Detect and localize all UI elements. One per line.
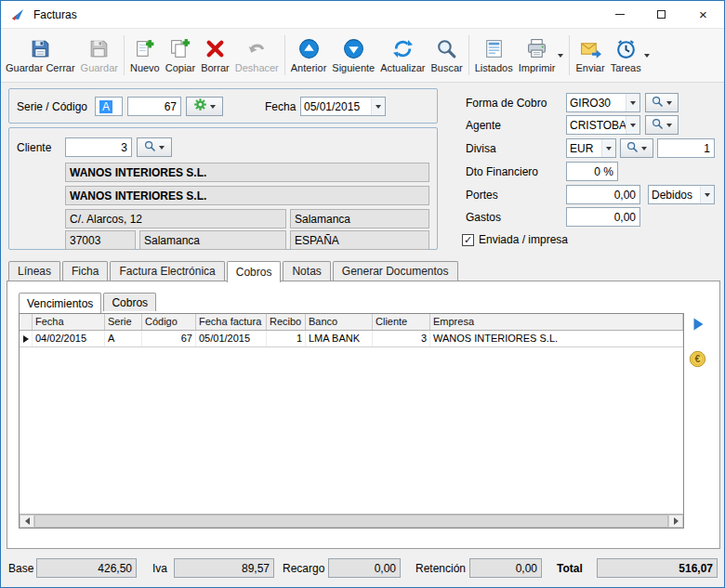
previous-icon: [297, 37, 321, 60]
horizontal-scrollbar[interactable]: [20, 514, 683, 528]
send-button[interactable]: Enviar: [573, 31, 607, 80]
grid-header-marker: [20, 314, 33, 330]
undo-button: Deshacer: [232, 31, 282, 80]
cliente-groupbox: Cliente 3 WANOS INTERIORES S.L. WANOS IN…: [8, 127, 438, 250]
total-label: Total: [557, 558, 583, 578]
execute-button[interactable]: [691, 317, 705, 335]
serie-settings-button[interactable]: [186, 97, 223, 116]
grid-header-serie[interactable]: Serie: [105, 314, 142, 330]
new-icon: [133, 37, 156, 60]
close-button[interactable]: ×: [682, 1, 724, 28]
gastos-input[interactable]: 0,00: [566, 207, 640, 227]
sub-tabbar: Vencimientos Cobros: [19, 293, 158, 311]
grid-header-fecha[interactable]: Fecha: [33, 314, 105, 330]
delete-icon: [204, 37, 227, 60]
tab-factura-electronica[interactable]: Factura Electrónica: [110, 261, 224, 281]
minimize-icon: [615, 14, 625, 15]
dropdown-arrow-icon: [666, 101, 672, 105]
grid-header-recibo[interactable]: Recibo: [267, 314, 306, 330]
gear-icon: [193, 98, 207, 115]
agente-combobox[interactable]: CRISTOBAL: [566, 115, 640, 135]
forma-cobro-combobox[interactable]: GIRO30: [566, 93, 640, 112]
main-toolbar: Guardar Cerrar Guardar Nuevo: [1, 29, 724, 83]
forma-cobro-search-button[interactable]: [645, 93, 679, 112]
cliente-codigo-input[interactable]: 3: [65, 137, 132, 157]
agente-search-button[interactable]: [645, 115, 679, 135]
scroll-right-button[interactable]: [668, 515, 683, 528]
previous-button[interactable]: Anterior: [288, 31, 330, 80]
totals-bar: Base 426,50 Iva 89,57 Recargo 0,00 Reten…: [1, 555, 724, 587]
cliente-nombre2-field: WANOS INTERIORES S.L.: [65, 186, 429, 205]
recargo-value-field: 0,00: [328, 558, 401, 578]
scroll-left-icon: [25, 517, 30, 525]
portes-tipo-combobox[interactable]: Debidos: [648, 185, 715, 204]
new-button[interactable]: Nuevo: [127, 31, 163, 80]
tab-lineas[interactable]: Líneas: [8, 261, 60, 281]
chevron-down-icon: [626, 116, 639, 134]
scroll-left-button[interactable]: [20, 515, 34, 528]
grid-header-fecha-factura[interactable]: Fecha factura: [196, 314, 267, 330]
tab-cobros[interactable]: Cobros: [227, 261, 282, 282]
lists-icon: [482, 37, 506, 60]
iva-label: Iva: [152, 558, 167, 578]
tasks-dropdown-arrow-icon[interactable]: [644, 54, 650, 58]
grid-header-row: Fecha Serie Código Fecha factura Recibo …: [20, 314, 683, 331]
window-title: Facturas: [33, 8, 599, 21]
grid-header-banco[interactable]: Banco: [306, 314, 373, 330]
toolbar-separator: [468, 35, 469, 75]
tab-notas[interactable]: Notas: [283, 261, 330, 281]
tab-ficha[interactable]: Ficha: [62, 261, 108, 281]
scrollbar-thumb[interactable]: [34, 515, 668, 528]
portes-label: Portes: [466, 185, 498, 204]
print-dropdown-arrow-icon[interactable]: [558, 54, 563, 58]
cliente-provincia-field: Salamanca: [139, 230, 286, 250]
euro-coin-icon: €: [689, 350, 706, 368]
enviada-impresa-checkbox[interactable]: ✓ Enviada / impresa: [462, 232, 568, 247]
grid-header-codigo[interactable]: Código: [142, 314, 196, 330]
copy-button[interactable]: Copiar: [163, 31, 198, 80]
minimize-button[interactable]: [599, 1, 640, 28]
cliente-search-button[interactable]: [137, 137, 172, 157]
serie-input[interactable]: A: [95, 97, 123, 116]
dto-financiero-input[interactable]: 0 %: [566, 162, 618, 181]
fecha-combobox[interactable]: 05/01/2015: [300, 97, 386, 116]
next-button[interactable]: Siguiente: [329, 31, 377, 80]
refresh-button[interactable]: Actualizar: [377, 31, 428, 80]
lists-button[interactable]: Listados: [472, 31, 516, 80]
portes-input[interactable]: 0,00: [566, 185, 640, 204]
search-button[interactable]: Buscar: [428, 31, 465, 80]
delete-button[interactable]: Borrar: [198, 31, 232, 80]
tasks-button[interactable]: Tareas: [608, 31, 652, 80]
euro-button[interactable]: €: [689, 350, 706, 372]
cobros-tab-panel: Vencimientos Cobros Fecha Serie Código F…: [7, 281, 720, 549]
tab-generar-documentos[interactable]: Generar Documentos: [333, 261, 458, 281]
cliente-poblacion-field: Salamanca: [290, 209, 429, 229]
divisa-cambio-input[interactable]: 1: [657, 138, 715, 158]
dropdown-arrow-icon: [641, 147, 647, 150]
copy-icon: [168, 37, 191, 60]
table-row[interactable]: 04/02/2015 A 67 05/01/2015 1 LMA BANK 3 …: [20, 331, 683, 347]
maximize-button[interactable]: [640, 1, 682, 28]
divisa-combobox[interactable]: EUR: [566, 138, 616, 158]
divisa-search-button[interactable]: [620, 138, 653, 158]
grid-header-empresa[interactable]: Empresa: [430, 314, 683, 330]
chevron-down-icon: [700, 186, 714, 203]
next-icon: [342, 37, 365, 60]
grid-side-buttons: €: [689, 317, 706, 372]
vencimientos-grid: Fecha Serie Código Fecha factura Recibo …: [19, 313, 684, 529]
codigo-input[interactable]: 67: [127, 97, 181, 116]
grid-header-cliente[interactable]: Cliente: [373, 314, 430, 330]
dto-financiero-label: Dto Financiero: [466, 162, 538, 181]
print-button[interactable]: Imprimir: [516, 31, 567, 80]
base-label: Base: [8, 558, 33, 578]
divisa-label: Divisa: [466, 138, 496, 158]
play-icon: [691, 317, 705, 332]
save-close-icon: [29, 37, 52, 60]
chevron-down-icon: [626, 94, 639, 111]
subtab-cobros[interactable]: Cobros: [103, 293, 156, 311]
search-icon: [652, 117, 664, 134]
chevron-down-icon: [601, 139, 615, 157]
save-close-button[interactable]: Guardar Cerrar: [3, 31, 78, 80]
subtab-vencimientos[interactable]: Vencimientos: [19, 293, 101, 313]
search-icon: [626, 140, 639, 157]
